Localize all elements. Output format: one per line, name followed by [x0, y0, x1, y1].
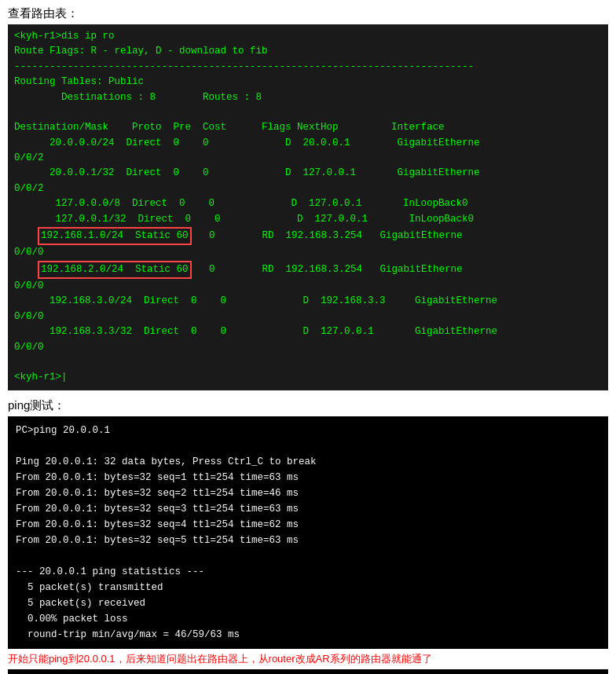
terminal-line — [14, 355, 602, 370]
ping-line: Ping 20.0.0.1: 32 data bytes, Press Ctrl… — [16, 454, 600, 470]
ping-line: From 20.0.0.1: bytes=32 seq=3 ttl=254 ti… — [16, 501, 600, 517]
terminal-line: <kyh-r1>dis ip ro — [14, 29, 602, 44]
terminal-line: Destinations : 8 Routes : 8 — [14, 90, 602, 105]
highlight-static-2: 192.168.2.0/24 Static 60 — [38, 261, 192, 279]
route-row: 192.168.3.3/32 Direct 0 0 D 127.0.0.1 Gi… — [14, 324, 602, 339]
terminal-line: ----------------------------------------… — [14, 60, 602, 75]
ping-line: 0.00% packet loss — [16, 611, 600, 627]
route-row: 127.0.0.1/32 Direct 0 0 D 127.0.0.1 InLo… — [14, 212, 602, 227]
ping-line: --- 20.0.0.1 ping statistics --- — [16, 564, 600, 580]
ping-line: 5 packet(s) transmitted — [16, 580, 600, 595]
ping-line: From 20.0.0.1: bytes=32 seq=2 ttl=254 ti… — [16, 485, 600, 501]
terminal-line: Route Flags: R - relay, D - download to … — [14, 44, 602, 59]
ping-line: round-trip min/avg/max = 46/59/63 ms — [16, 627, 600, 643]
route-row: 192.168.3.0/24 Direct 0 0 D 192.168.3.3 … — [14, 294, 602, 309]
terminal-line — [14, 105, 602, 120]
routing-table-terminal: <kyh-r1>dis ip ro Route Flags: R - relay… — [8, 24, 608, 390]
ping-terminal-1: PC>ping 20.0.0.1 Ping 20.0.0.1: 32 data … — [8, 416, 608, 649]
route-row: 0/0/0 — [14, 279, 602, 294]
ping-line: 5 packet(s) received — [16, 595, 600, 611]
route-row: 0/0/0 — [14, 245, 602, 260]
prompt: <kyh-r1>dis ip ro — [14, 31, 115, 42]
highlight-static-1: 192.168.1.0/24 Static 60 — [38, 227, 192, 245]
route-row: 127.0.0.0/8 Direct 0 0 D 127.0.0.1 InLoo… — [14, 196, 602, 211]
ping-terminal-2: PC>ping 20.0.0.2 -t Ping 20.0.0.2: 32 da… — [8, 669, 608, 674]
ping-line — [16, 438, 600, 454]
ping-line: From 20.0.0.1: bytes=32 seq=4 ttl=254 ti… — [16, 517, 600, 533]
ping-line: From 20.0.0.1: bytes=32 seq=5 ttl=254 ti… — [16, 533, 600, 548]
ping-line — [16, 548, 600, 564]
highlighted-route-row-1: 192.168.1.0/24 Static 60 0 RD 192.168.3.… — [14, 227, 602, 245]
page-wrapper: 查看路由表： <kyh-r1>dis ip ro Route Flags: R … — [0, 0, 616, 674]
ping-line: From 20.0.0.1: bytes=32 seq=1 ttl=254 ti… — [16, 470, 600, 485]
ping-line: PC>ping 20.0.0.1 — [16, 423, 600, 438]
table-header-line: Destination/Mask Proto Pre Cost Flags Ne… — [14, 120, 602, 135]
route-row: 0/0/2 — [14, 181, 602, 196]
route-row: 20.0.0.1/32 Direct 0 0 D 127.0.0.1 Gigab… — [14, 166, 602, 181]
highlighted-route-row-2: 192.168.2.0/24 Static 60 0 RD 192.168.3.… — [14, 261, 602, 279]
route-row: 20.0.0.0/24 Direct 0 0 D 20.0.0.1 Gigabi… — [14, 136, 602, 151]
route-row: 0/0/0 — [14, 310, 602, 324]
route-row: 0/0/2 — [14, 151, 602, 166]
route-row: 0/0/0 — [14, 340, 602, 355]
section2-label: ping测试： — [8, 398, 608, 413]
terminal-prompt: <kyh-r1>| — [14, 370, 602, 385]
terminal-line: Routing Tables: Public — [14, 75, 602, 90]
section1-label: 查看路由表： — [8, 6, 608, 21]
annotation-text: 开始只能ping到20.0.0.1，后来知道问题出在路由器上，从router改成… — [8, 652, 608, 666]
